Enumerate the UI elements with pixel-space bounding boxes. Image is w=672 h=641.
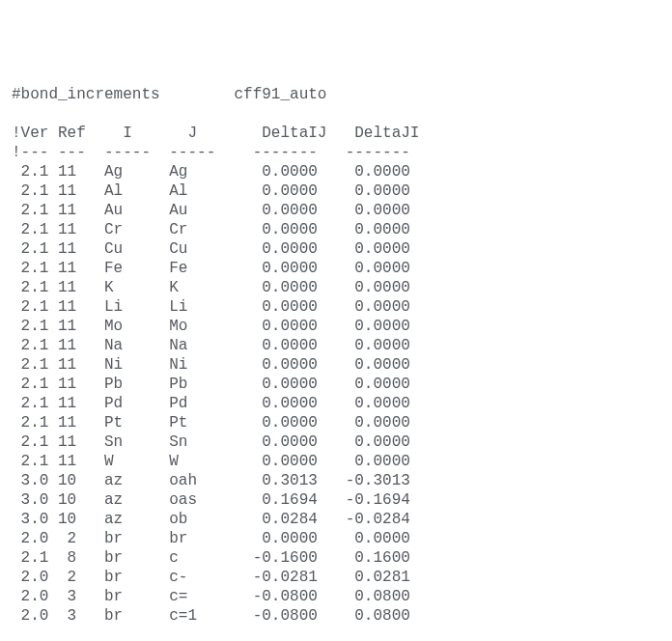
table-row: 2.1 11 Ag Ag 0.0000 0.0000 xyxy=(12,162,660,181)
blank-line xyxy=(12,104,660,124)
table-row: 2.1 11 Sn Sn 0.0000 0.0000 xyxy=(12,432,660,452)
table-row: 2.1 11 K K 0.0000 0.0000 xyxy=(12,278,660,297)
table-row: 2.1 8 br c -0.1600 0.1600 xyxy=(12,548,660,568)
text-block: #bond_increments cff91_auto !Ver Ref I J… xyxy=(12,85,660,626)
table-row: 3.0 10 az oas 0.1694 -0.1694 xyxy=(12,490,660,510)
table-row: 3.0 10 az oah 0.3013 -0.3013 xyxy=(12,471,660,490)
table-row: 2.1 11 Pd Pd 0.0000 0.0000 xyxy=(12,394,660,413)
table-row: 2.1 11 Li Li 0.0000 0.0000 xyxy=(12,297,660,317)
table-row: 2.1 11 Mo Mo 0.0000 0.0000 xyxy=(12,317,660,336)
table-row: 3.0 10 az ob 0.0284 -0.0284 xyxy=(12,510,660,529)
table-row: 2.1 11 Cr Cr 0.0000 0.0000 xyxy=(12,220,660,239)
table-row: 2.1 11 Au Au 0.0000 0.0000 xyxy=(12,201,660,220)
table-row: 2.1 11 Pt Pt 0.0000 0.0000 xyxy=(12,413,660,432)
header-line: #bond_increments cff91_auto xyxy=(12,85,660,104)
table-row: 2.0 2 br br 0.0000 0.0000 xyxy=(12,529,660,548)
table-row: 2.0 3 br c= -0.0800 0.0800 xyxy=(12,587,660,606)
table-row: 2.1 11 Ni Ni 0.0000 0.0000 xyxy=(12,355,660,375)
separator-line: !--- --- ----- ----- ------- ------- xyxy=(12,143,660,162)
table-row: 2.1 11 Na Na 0.0000 0.0000 xyxy=(12,336,660,355)
column-header: !Ver Ref I J DeltaIJ DeltaJI xyxy=(12,124,660,143)
table-row: 2.1 11 Pb Pb 0.0000 0.0000 xyxy=(12,375,660,394)
table-row: 2.1 11 Cu Cu 0.0000 0.0000 xyxy=(12,239,660,259)
table-row: 2.1 11 W W 0.0000 0.0000 xyxy=(12,452,660,471)
table-row: 2.1 11 Al Al 0.0000 0.0000 xyxy=(12,181,660,201)
table-row: 2.0 3 br c=1 -0.0800 0.0800 xyxy=(12,606,660,626)
table-row: 2.0 2 br c- -0.0281 0.0281 xyxy=(12,568,660,587)
table-row: 2.1 11 Fe Fe 0.0000 0.0000 xyxy=(12,259,660,278)
